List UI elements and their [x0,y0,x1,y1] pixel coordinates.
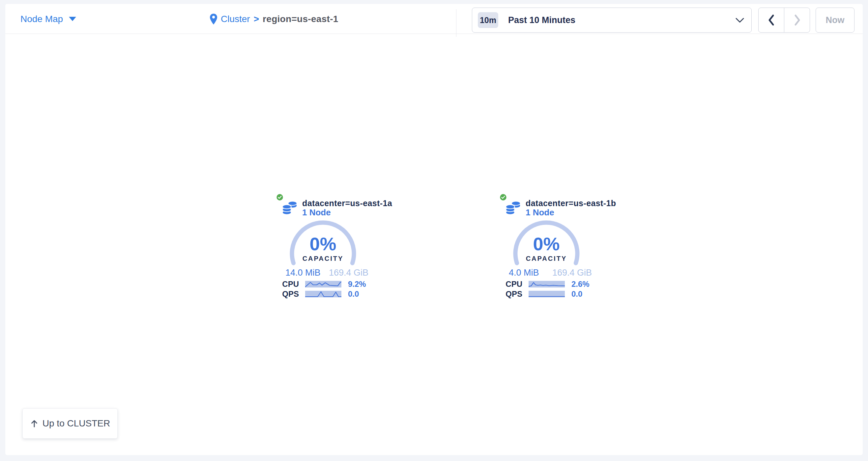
cpu-value: 2.6% [571,280,590,289]
qps-metric-row: QPS 0.0 [274,290,372,298]
locality-card-us-east-1a[interactable]: datacenter=us-east-1a 1 Node 0% CAPACITY… [274,193,372,306]
qps-value: 0.0 [348,290,359,298]
qps-sparkline [305,291,341,297]
breadcrumb: Cluster > region=us-east-1 [210,4,338,34]
locality-title: datacenter=us-east-1a [302,199,392,207]
cpu-label: CPU [274,280,299,289]
node-stack-icon [282,200,297,216]
capacity-total: 169.4 GiB [329,268,368,277]
time-range-badge: 10m [478,12,498,28]
cpu-metric-row: CPU 2.6% [497,280,596,289]
time-range-selector[interactable]: 10m Past 10 Minutes [472,7,752,33]
capacity-total: 169.4 GiB [552,268,592,277]
qps-metric-row: QPS 0.0 [497,290,596,298]
caret-down-icon [69,17,76,21]
view-picker-label: Node Map [21,14,63,24]
qps-sparkline [529,291,565,297]
capacity-label: CAPACITY [287,255,359,262]
chevron-left-icon [768,13,775,27]
qps-label: QPS [274,290,299,298]
cpu-sparkline [305,281,341,288]
arrow-up-icon [30,419,38,428]
capacity-used: 4.0 MiB [509,268,539,277]
chevron-down-icon [736,18,744,23]
locality-node-count: 1 Node [302,208,331,217]
breadcrumb-current: region=us-east-1 [262,14,338,24]
capacity-values: 4.0 MiB 169.4 GiB [509,268,592,277]
prev-time-button[interactable] [758,8,784,32]
main-panel [5,4,863,455]
next-time-button[interactable] [784,8,810,32]
time-range-label: Past 10 Minutes [508,15,576,25]
capacity-label: CAPACITY [510,255,583,262]
top-toolbar: Node Map Cluster > region=us-east-1 10m … [5,4,863,34]
view-picker-dropdown[interactable]: Node Map [21,4,76,34]
up-to-cluster-label: Up to CLUSTER [42,418,110,429]
qps-value: 0.0 [571,290,582,298]
capacity-percent: 0% [287,234,359,254]
locality-node-count: 1 Node [526,208,554,217]
node-stack-icon [505,200,521,216]
up-to-cluster-button[interactable]: Up to CLUSTER [23,408,118,439]
capacity-used: 14.0 MiB [285,268,321,277]
breadcrumb-separator: > [254,14,259,24]
chevron-right-icon [793,13,801,27]
now-button[interactable]: Now [816,7,855,33]
cpu-sparkline [529,281,565,288]
capacity-values: 14.0 MiB 169.4 GiB [285,268,368,277]
capacity-percent: 0% [510,234,583,254]
cpu-metric-row: CPU 9.2% [274,280,372,289]
toolbar-divider [456,9,457,37]
location-pin-icon [210,13,217,25]
breadcrumb-cluster-link[interactable]: Cluster [221,14,250,24]
locality-card-us-east-1b[interactable]: datacenter=us-east-1b 1 Node 0% CAPACITY… [497,193,596,306]
time-nav-arrows [758,7,810,33]
cpu-value: 9.2% [348,280,366,289]
cpu-label: CPU [497,280,522,289]
qps-label: QPS [497,290,522,298]
locality-title: datacenter=us-east-1b [526,199,616,207]
